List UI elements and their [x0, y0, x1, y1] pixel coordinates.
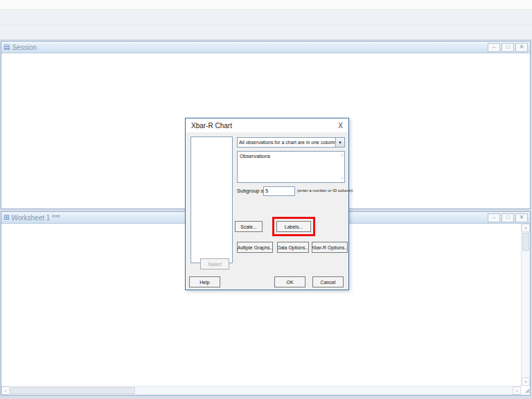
chevron-down-icon[interactable]: ▼ [335, 138, 344, 147]
dialog-titlebar[interactable]: Xbar-R Chart X [186, 118, 348, 132]
multiple-graphs-button[interactable]: Multiple Graphs... [237, 242, 273, 253]
help-button[interactable]: Help [189, 276, 220, 287]
worksheet-icon: ⊞ [3, 214, 9, 221]
session-title: Session [12, 44, 486, 51]
horizontal-scrollbar[interactable]: ‹ › [1, 386, 521, 395]
select-button: Select [200, 258, 229, 269]
dialog-close-icon[interactable]: X [338, 122, 343, 130]
restore-button[interactable]: □ [502, 213, 514, 222]
data-options-button[interactable]: Data Options... [277, 242, 309, 253]
menu-bar [0, 0, 532, 10]
hscroll-thumb[interactable] [10, 387, 135, 394]
labels-button[interactable]: Labels... [276, 221, 311, 232]
variable-listbox[interactable] [190, 136, 233, 263]
minimize-button[interactable]: – [488, 43, 500, 52]
subgroup-hint: (enter a number or ID column) [297, 188, 353, 193]
scroll-down-icon[interactable]: ˅ [341, 176, 344, 181]
chart-mode-value: All observations for a chart are in one … [238, 138, 335, 147]
ok-button[interactable]: OK [274, 276, 305, 287]
restore-button[interactable]: □ [502, 43, 514, 52]
vscroll-thumb[interactable] [522, 233, 529, 251]
minimize-button[interactable]: – [488, 213, 500, 222]
dialog-title: Xbar-R Chart [191, 122, 338, 130]
standard-toolbar [0, 10, 532, 26]
observations-input[interactable]: Observations ˄ ˅ [237, 151, 345, 183]
scroll-left-icon[interactable]: ‹ [1, 387, 10, 395]
close-button[interactable]: ✕ [515, 43, 528, 52]
session-icon: ▤ [3, 44, 10, 51]
scroll-down-icon[interactable]: ˅ [522, 378, 530, 386]
scale-button[interactable]: Scale... [235, 221, 263, 232]
xbar-r-chart-dialog: Xbar-R Chart X All observations for a ch… [185, 118, 349, 290]
scroll-up-icon[interactable]: ˄ [341, 153, 344, 158]
scroll-right-icon[interactable]: › [513, 387, 521, 395]
session-titlebar[interactable]: ▤ Session – □ ✕ [1, 42, 530, 53]
cancel-button[interactable]: Cancel [312, 276, 344, 287]
resize-grip[interactable]: ◢ [522, 387, 529, 394]
observations-value: Observations [240, 153, 270, 159]
close-button[interactable]: ✕ [515, 213, 528, 222]
graph-editing-toolbar [0, 26, 532, 40]
minitab-app: ▤ Session – □ ✕ ⊞ Worksheet 1 *** – □ ✕ … [0, 0, 532, 399]
subgroup-sizes-field[interactable]: 5 [263, 186, 295, 196]
chart-mode-dropdown[interactable]: All observations for a chart are in one … [237, 137, 345, 148]
vertical-scrollbar[interactable]: ˄ ˅ [521, 224, 530, 386]
scroll-up-icon[interactable]: ˄ [522, 224, 530, 232]
xbar-r-options-button[interactable]: Xbar-R Options... [312, 242, 348, 253]
